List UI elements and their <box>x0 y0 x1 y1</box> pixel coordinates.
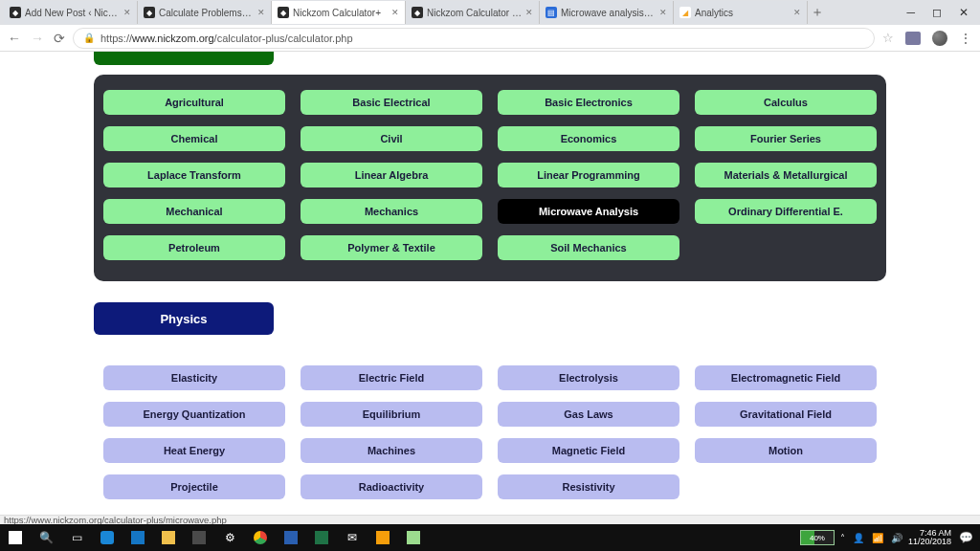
physics-grid: ElasticityElectric FieldElectrolysisElec… <box>103 365 877 499</box>
physics-topic-button[interactable]: Heat Energy <box>103 438 285 463</box>
engineering-grid: AgriculturalBasic ElectricalBasic Electr… <box>103 90 877 260</box>
calculator-icon[interactable] <box>184 524 214 551</box>
battery-indicator[interactable]: 40% <box>800 530 835 545</box>
physics-topic-button[interactable]: Magnetic Field <box>498 438 679 463</box>
toolbar-right: ☆ ⋮ <box>882 31 972 46</box>
engineering-topic-button[interactable]: Linear Programming <box>498 163 679 187</box>
new-tab-button[interactable]: ＋ <box>808 4 827 21</box>
engineering-topic-button[interactable]: Laplace Transform <box>103 163 285 187</box>
app-l-icon[interactable] <box>122 524 153 551</box>
physics-topic-button[interactable]: Projectile <box>103 474 285 499</box>
browser-tab[interactable]: ◆Nickzom Calculator Sol✕ <box>406 1 540 24</box>
physics-topic-button[interactable]: Equilibrium <box>301 402 482 427</box>
bookmark-star-icon[interactable]: ☆ <box>882 31 894 45</box>
engineering-topic-button[interactable]: Petroleum <box>103 235 285 260</box>
physics-topic-button[interactable]: Radioactivity <box>301 474 482 499</box>
engineering-topic-button[interactable]: Basic Electronics <box>498 90 679 115</box>
chrome-icon[interactable] <box>245 524 276 551</box>
physics-topic-button[interactable]: Electric Field <box>301 365 482 390</box>
reload-button[interactable]: ⟳ <box>54 31 65 46</box>
engineering-topic-button[interactable]: Polymer & Textile <box>301 235 482 260</box>
wifi-icon[interactable]: 📶 <box>872 533 883 543</box>
search-icon[interactable]: 🔍 <box>31 524 61 551</box>
browser-tab[interactable]: ◆Add New Post ‹ Nickzo✕ <box>4 1 138 24</box>
engineering-topic-button[interactable]: Ordinary Differential E. <box>695 199 877 224</box>
url-field[interactable]: 🔒 https://www.nickzom.org/calculator-plu… <box>73 28 875 49</box>
tabs-container: ◆Add New Post ‹ Nickzo✕◆Calculate Proble… <box>0 0 808 25</box>
favicon: ◆ <box>10 7 21 18</box>
physics-topic-button[interactable]: Gas Laws <box>498 402 679 427</box>
excel-icon[interactable] <box>306 524 337 551</box>
engineering-topic-button[interactable]: Materials & Metallurgical <box>695 163 877 187</box>
browser-tab[interactable]: ▤Microwave analysis and✕ <box>540 1 674 24</box>
engineering-topic-button[interactable]: Chemical <box>103 126 285 151</box>
system-tray[interactable]: ˄ 👤 📶 🔊 <box>840 533 902 543</box>
tab-close-icon[interactable]: ✕ <box>123 8 131 17</box>
tab-label: Nickzom Calculator+ <box>293 8 388 18</box>
browser-tab[interactable]: ◢Analytics✕ <box>674 1 808 24</box>
favicon: ▤ <box>546 7 557 18</box>
word-icon[interactable] <box>276 524 306 551</box>
engineering-topic-button[interactable]: Economics <box>498 126 679 151</box>
tab-close-icon[interactable]: ✕ <box>391 8 399 17</box>
tab-close-icon[interactable]: ✕ <box>659 8 667 17</box>
engineering-topic-button[interactable]: Fourier Series <box>695 126 877 151</box>
minimize-button[interactable]: ─ <box>906 6 915 19</box>
physics-topic-button[interactable]: Machines <box>301 438 482 463</box>
edge-icon[interactable] <box>92 524 122 551</box>
tab-close-icon[interactable]: ✕ <box>525 8 533 17</box>
maximize-button[interactable]: ◻ <box>932 6 942 19</box>
start-button[interactable] <box>0 524 31 551</box>
page-viewport: AgriculturalBasic ElectricalBasic Electr… <box>0 52 980 515</box>
engineering-topic-button[interactable]: Calculus <box>695 90 877 115</box>
engineering-topic-button[interactable]: Mechanics <box>301 199 482 224</box>
physics-topic-button[interactable]: Electromagnetic Field <box>695 365 877 390</box>
tab-close-icon[interactable]: ✕ <box>257 8 265 17</box>
physics-topic-button[interactable]: Gravitational Field <box>695 402 877 427</box>
engineering-topic-button[interactable]: Civil <box>301 126 482 151</box>
taskbar-left: 🔍 ▭ ⚙ ✉ <box>0 524 429 551</box>
engineering-topic-button[interactable]: Microwave Analysis <box>498 199 679 224</box>
favicon: ◆ <box>144 7 155 18</box>
extension-icon[interactable] <box>905 32 921 45</box>
physics-topic-button[interactable]: Electrolysis <box>498 365 679 390</box>
tab-label: Microwave analysis and <box>561 8 656 18</box>
action-center-icon[interactable]: 💬 <box>957 524 974 551</box>
physics-card: ElasticityElectric FieldElectrolysisElec… <box>94 344 886 499</box>
mail-icon[interactable]: ✉ <box>337 524 368 551</box>
engineering-topic-button[interactable]: Linear Algebra <box>301 163 482 187</box>
menu-dots-icon[interactable]: ⋮ <box>959 31 972 46</box>
taskbar-clock[interactable]: 7:46 AM 11/20/2018 <box>908 529 951 546</box>
profile-avatar[interactable] <box>932 31 947 46</box>
engineering-topic-button[interactable]: Mechanical <box>103 199 285 224</box>
volume-icon[interactable]: 🔊 <box>891 533 902 543</box>
back-button[interactable]: ← <box>8 31 21 46</box>
physics-topic-button[interactable]: Energy Quantization <box>103 402 285 427</box>
notepad-icon[interactable] <box>398 524 429 551</box>
people-icon[interactable]: 👤 <box>853 533 864 543</box>
engineering-topic-button[interactable]: Basic Electrical <box>301 90 482 115</box>
task-view-icon[interactable]: ▭ <box>61 524 92 551</box>
url-text: https://www.nickzom.org/calculator-plus/… <box>100 33 353 44</box>
tab-label: Calculate Problems | M <box>159 8 254 18</box>
engineering-card: AgriculturalBasic ElectricalBasic Electr… <box>94 75 886 281</box>
tab-label: Add New Post ‹ Nickzo <box>25 8 120 18</box>
engineering-topic-button[interactable]: Agricultural <box>103 90 285 115</box>
engineering-topic-button[interactable]: Soil Mechanics <box>498 235 679 260</box>
tab-label: Nickzom Calculator Sol <box>427 8 522 18</box>
tab-label: Analytics <box>695 8 790 18</box>
physics-topic-button[interactable]: Elasticity <box>103 365 285 390</box>
forward-button[interactable]: → <box>31 31 44 46</box>
settings-gear-icon[interactable]: ⚙ <box>214 524 245 551</box>
sublime-icon[interactable] <box>368 524 398 551</box>
physics-topic-button[interactable]: Resistivity <box>498 474 679 499</box>
tray-chevron-icon[interactable]: ˄ <box>840 533 845 543</box>
physics-heading-button[interactable]: Physics <box>94 302 274 335</box>
favicon: ◢ <box>679 7 691 18</box>
browser-tab[interactable]: ◆Calculate Problems | M✕ <box>138 1 272 24</box>
close-window-button[interactable]: ✕ <box>959 6 969 19</box>
file-explorer-icon[interactable] <box>153 524 184 551</box>
browser-tab[interactable]: ◆Nickzom Calculator+✕ <box>272 1 406 24</box>
physics-topic-button[interactable]: Motion <box>695 438 877 463</box>
tab-close-icon[interactable]: ✕ <box>793 8 801 17</box>
